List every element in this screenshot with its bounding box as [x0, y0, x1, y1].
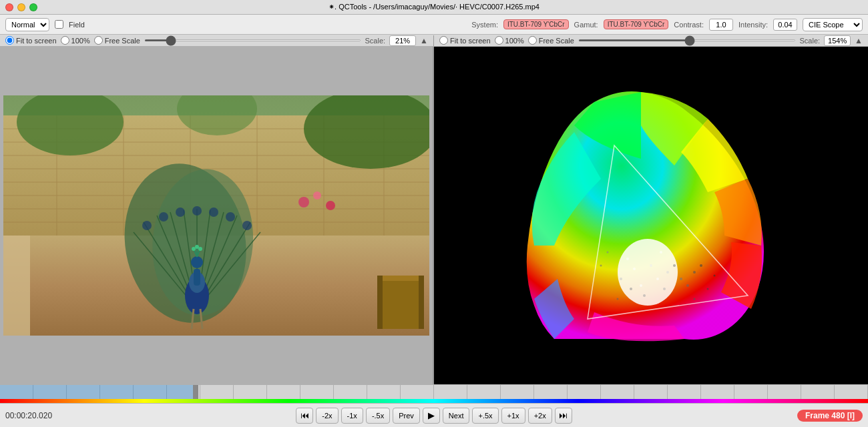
contrast-input[interactable]: [709, 19, 733, 31]
step-fwd-button[interactable]: ⏭: [555, 408, 572, 424]
svg-point-76: [693, 271, 696, 274]
svg-rect-24: [377, 276, 424, 329]
svg-point-63: [660, 251, 662, 254]
scalebar: Fit to screen 100% Free Scale Scale: ▲ F…: [0, 35, 868, 47]
svg-point-75: [686, 284, 689, 287]
minimize-button[interactable]: [17, 3, 25, 11]
cie-scope-svg: [487, 59, 815, 372]
svg-point-20: [313, 191, 321, 199]
prev-button[interactable]: Prev: [393, 408, 420, 424]
svg-point-56: [195, 245, 199, 249]
minus1x-button[interactable]: -1x: [341, 408, 363, 424]
svg-rect-50: [194, 269, 200, 286]
timeline-progress: [0, 385, 196, 399]
left-free-radio[interactable]: Free Scale: [94, 36, 140, 45]
svg-point-73: [673, 264, 676, 267]
gamut-value[interactable]: ITU.BT-709 Y'CbCr: [604, 19, 669, 29]
intensity-label: Intensity:: [738, 21, 768, 29]
svg-point-55: [192, 247, 196, 251]
svg-point-79: [600, 265, 602, 267]
right-fit-radio[interactable]: Fit to screen: [439, 36, 491, 45]
svg-point-69: [620, 278, 622, 280]
next-button[interactable]: Next: [443, 408, 470, 424]
svg-point-46: [226, 212, 235, 222]
window-controls: [5, 3, 37, 11]
svg-point-51: [191, 256, 203, 268]
right-scale-up[interactable]: ▲: [855, 36, 863, 45]
video-frame: [3, 95, 429, 336]
right-100-radio[interactable]: 100%: [495, 36, 524, 45]
window-title: ⁕. QCTools - /Users/imacaguy/Movies/· HE…: [329, 3, 539, 11]
svg-point-19: [298, 197, 309, 207]
mode-select[interactable]: Normal: [5, 18, 49, 31]
system-value[interactable]: ITU.BT-709 Y'CbCr: [503, 19, 569, 29]
frame-badge: Frame 480 [I]: [797, 410, 863, 422]
cie-scope-display: [487, 59, 815, 372]
left-scale-slider[interactable]: [144, 39, 361, 41]
video-frame-svg: [3, 95, 429, 336]
titlebar: ⁕. QCTools - /Users/imacaguy/Movies/· HE…: [0, 0, 868, 15]
video-panel: [0, 47, 434, 384]
field-checkbox[interactable]: [55, 20, 63, 29]
svg-point-83: [714, 275, 716, 277]
play-button[interactable]: ▶: [423, 408, 440, 424]
svg-rect-26: [377, 276, 383, 329]
svg-point-67: [650, 264, 652, 267]
intensity-input[interactable]: [773, 19, 797, 31]
svg-point-78: [607, 252, 609, 254]
svg-point-44: [192, 206, 202, 216]
timeline[interactable]: [0, 384, 868, 399]
svg-point-71: [643, 294, 646, 297]
left-fit-radio[interactable]: Fit to screen: [5, 36, 57, 45]
svg-point-81: [694, 298, 696, 300]
svg-point-42: [159, 212, 168, 222]
scope-select[interactable]: CIE Scope: [803, 18, 863, 31]
svg-point-57: [198, 247, 202, 251]
right-free-radio[interactable]: Free Scale: [528, 36, 574, 45]
field-label: Field: [69, 21, 85, 29]
close-button[interactable]: [5, 3, 13, 11]
left-scale-input[interactable]: [389, 35, 416, 46]
system-label: System:: [471, 21, 498, 29]
svg-point-74: [680, 278, 682, 280]
right-scale-label: Scale:: [800, 37, 821, 45]
svg-point-64: [640, 284, 642, 287]
maximize-button[interactable]: [29, 3, 37, 11]
right-scalebar: Fit to screen 100% Free Scale Scale: ▲: [434, 35, 868, 46]
svg-point-43: [176, 207, 185, 217]
contrast-label: Contrast:: [674, 21, 704, 29]
left-100-radio[interactable]: 100%: [61, 36, 90, 45]
svg-rect-25: [377, 276, 424, 281]
svg-point-80: [617, 298, 619, 300]
svg-point-21: [326, 201, 335, 210]
svg-point-62: [626, 258, 629, 260]
left-scale-up[interactable]: ▲: [420, 36, 428, 45]
gamut-label: Gamut:: [574, 21, 598, 29]
svg-point-65: [656, 278, 659, 280]
timecode-display: 00:00:20.020: [5, 411, 52, 420]
svg-point-47: [242, 221, 252, 230]
svg-point-77: [700, 264, 702, 267]
plus-half-button[interactable]: +.5x: [472, 408, 498, 424]
minus-half-button[interactable]: -.5x: [366, 408, 390, 424]
right-scale-slider[interactable]: [578, 39, 796, 41]
plus1x-button[interactable]: +1x: [501, 408, 525, 424]
step-back-button[interactable]: ⏮: [296, 408, 313, 424]
svg-point-45: [209, 207, 218, 217]
svg-point-68: [666, 271, 669, 274]
svg-point-41: [142, 221, 152, 230]
svg-point-72: [630, 288, 632, 290]
svg-point-82: [707, 288, 709, 290]
main-content: [0, 47, 868, 384]
timeline-thumb[interactable]: [193, 385, 198, 399]
minus2x-button[interactable]: -2x: [316, 408, 338, 424]
left-scalebar: Fit to screen 100% Free Scale Scale: ▲: [0, 35, 434, 46]
cie-scope-panel: [434, 47, 868, 384]
controls-bar: 00:00:20.020 ⏮ -2x -1x -.5x Prev ▶ Next …: [0, 403, 868, 427]
left-scale-label: Scale:: [365, 37, 386, 45]
svg-point-70: [663, 288, 666, 290]
svg-point-66: [633, 268, 636, 270]
right-scale-input[interactable]: [824, 35, 851, 46]
plus2x-button[interactable]: +2x: [528, 408, 552, 424]
svg-rect-27: [419, 276, 424, 329]
